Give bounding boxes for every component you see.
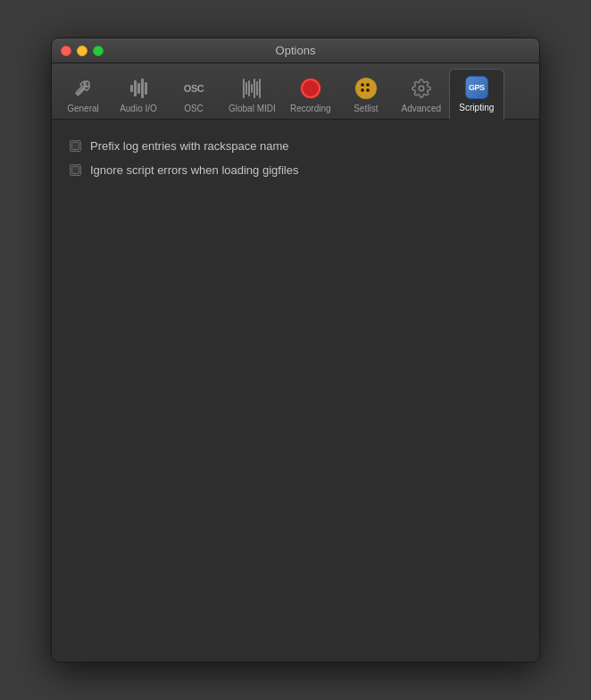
tab-setlist[interactable]: Setlist (338, 69, 394, 119)
ignore-errors-label: Ignore script errors when loading gigfil… (90, 163, 298, 177)
minimize-button[interactable] (77, 46, 87, 56)
svg-point-5 (365, 88, 370, 93)
tab-recording-label: Recording (290, 104, 331, 113)
tab-scripting[interactable]: GPS Scripting (449, 69, 504, 120)
prefix-log-checkbox[interactable] (70, 140, 81, 152)
tab-advanced-label: Advanced (402, 104, 441, 113)
tab-advanced[interactable]: Advanced (394, 69, 449, 119)
gear-icon (409, 76, 434, 101)
tab-audio-io-label: Audio I/O (120, 104, 157, 113)
tab-setlist-label: Setlist (354, 104, 378, 113)
ignore-errors-checkbox[interactable] (70, 164, 81, 176)
svg-point-2 (360, 83, 364, 88)
options-window: Options General (51, 38, 540, 662)
option-row-ignore-errors[interactable]: Ignore script errors when loading gigfil… (70, 158, 521, 182)
traffic-lights (61, 46, 104, 56)
osc-icon: OSC (181, 76, 206, 101)
scripting-icon: GPS (464, 75, 489, 100)
window-title: Options (276, 44, 316, 57)
setlist-icon (354, 76, 379, 101)
maximize-button[interactable] (93, 46, 104, 56)
svg-rect-6 (72, 143, 79, 150)
tab-general-label: General (67, 104, 99, 113)
prefix-log-label: Prefix log entries with rackspace name (90, 139, 289, 153)
tab-recording[interactable]: Recording (283, 69, 338, 119)
tab-general[interactable]: General (55, 69, 111, 119)
tab-scripting-label: Scripting (459, 103, 494, 112)
toolbar: General Audio I/O OSC OSC (52, 63, 539, 120)
title-bar: Options (52, 38, 539, 63)
tab-global-midi[interactable]: Global MIDI (221, 69, 283, 119)
wrench-icon (71, 76, 96, 101)
option-row-prefix-log[interactable]: Prefix log entries with rackspace name (70, 134, 521, 158)
tab-osc-label: OSC (184, 104, 204, 113)
svg-point-4 (360, 88, 364, 93)
tab-audio-io[interactable]: Audio I/O (111, 69, 166, 119)
tab-global-midi-label: Global MIDI (229, 104, 276, 113)
record-icon (298, 76, 323, 101)
svg-point-3 (365, 83, 370, 88)
svg-rect-7 (72, 167, 79, 174)
content-area: Prefix log entries with rackspace name I… (52, 120, 539, 662)
eq-bars-icon (126, 76, 151, 101)
tab-osc[interactable]: OSC OSC (166, 69, 221, 119)
close-button[interactable] (61, 46, 71, 56)
midi-bars-icon (239, 76, 264, 101)
